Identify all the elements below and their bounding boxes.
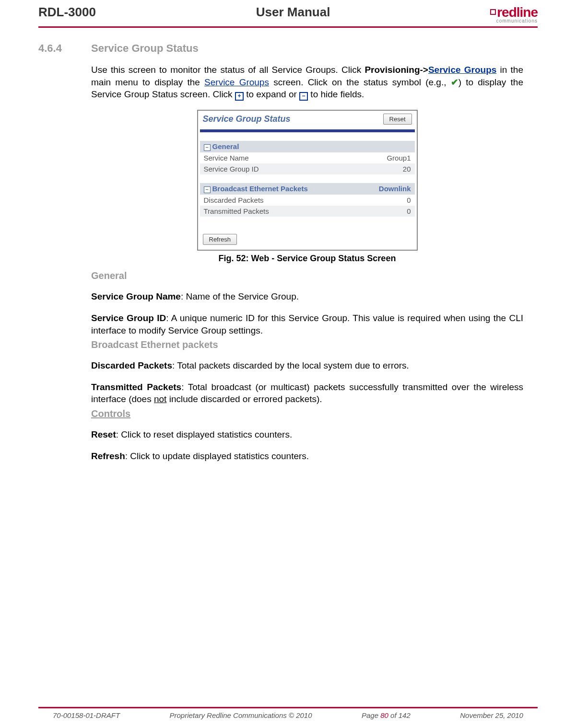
row-label: Transmitted Packets — [204, 207, 269, 215]
doc-model: RDL-3000 — [38, 5, 96, 20]
term-text: : Click to reset displayed statistics co… — [116, 429, 292, 439]
def-transmitted-packets: Transmitted Packets: Total broadcast (or… — [91, 381, 523, 405]
section-title: Service Group Status — [91, 42, 199, 55]
term-text: : Total packets discarded by the local s… — [172, 360, 409, 370]
def-service-group-id: Service Group ID: A unique numeric ID fo… — [91, 312, 523, 336]
section-number: 4.6.4 — [38, 42, 72, 55]
intro-text-5: to expand or — [244, 89, 299, 99]
figure-caption: Fig. 52: Web - Service Group Status Scre… — [91, 254, 523, 264]
doc-title: User Manual — [256, 5, 330, 20]
heading-broadcast: Broadcast Ethernet packets — [91, 339, 523, 350]
row-label: Discarded Packets — [204, 196, 264, 204]
link-service-groups-screen[interactable]: Service Groups — [204, 77, 269, 87]
intro-text: Use this screen to monitor the status of… — [91, 65, 364, 75]
page-number: 80 — [380, 711, 388, 719]
brand-logo: redline communications — [490, 5, 538, 24]
def-service-group-name: Service Group Name: Name of the Service … — [91, 290, 523, 303]
row-value: Group1 — [387, 154, 411, 162]
term: Service Group Name — [91, 291, 181, 301]
footer-doc-id: 70-00158-01-DRAFT — [53, 711, 120, 719]
intro-paragraph: Use this screen to monitor the status of… — [91, 64, 523, 101]
footer-copyright: Proprietary Redline Communications © 201… — [170, 711, 312, 719]
heading-general: General — [91, 270, 523, 281]
term: Transmitted Packets — [91, 382, 181, 392]
screenshot-section-general[interactable]: –General — [200, 141, 415, 152]
logo-word: redline — [497, 5, 538, 20]
table-row: Service Name Group1 — [200, 152, 415, 163]
term: Discarded Packets — [91, 360, 172, 370]
screenshot-panel: Service Group Status Reset –General Serv… — [197, 110, 418, 251]
redline-square-icon — [490, 9, 496, 15]
section-broadcast-label: Broadcast Ethernet Packets — [212, 185, 308, 193]
screenshot-divider — [200, 129, 415, 132]
term: Reset — [91, 429, 116, 439]
term: Refresh — [91, 451, 125, 461]
row-value: 20 — [403, 165, 411, 173]
term-text: : Click to update displayed statistics c… — [125, 451, 309, 461]
term-text-b: include discarded or errored packets). — [166, 394, 322, 404]
reset-button[interactable]: Reset — [383, 114, 412, 125]
footer-date: November 25, 2010 — [460, 711, 523, 719]
screenshot-title: Service Group Status — [203, 114, 291, 124]
heading-controls: Controls — [91, 408, 523, 419]
table-row: Transmitted Packets 0 — [200, 206, 415, 217]
checkmark-icon: ✔ — [451, 77, 458, 87]
footer-page: Page 80 of 142 — [362, 711, 411, 719]
menu-path-start: Provisioning-> — [364, 65, 428, 75]
table-row: Discarded Packets 0 — [200, 195, 415, 206]
not-underline: not — [154, 394, 166, 404]
row-value: 0 — [407, 207, 411, 215]
section-broadcast-col: Downlink — [379, 185, 411, 193]
page-total: of 142 — [388, 711, 411, 719]
def-discarded-packets: Discarded Packets: Total packets discard… — [91, 359, 523, 372]
collapse-toggle-icon[interactable]: – — [204, 186, 211, 193]
section-general-label: General — [212, 142, 239, 150]
collapse-icon: − — [299, 92, 308, 101]
def-refresh: Refresh: Click to update displayed stati… — [91, 450, 523, 462]
row-label: Service Name — [204, 154, 249, 162]
screenshot-section-broadcast[interactable]: –Broadcast Ethernet Packets Downlink — [200, 183, 415, 195]
header-divider — [38, 26, 538, 28]
term: Service Group ID — [91, 313, 166, 323]
expand-icon: + — [235, 92, 244, 101]
row-value: 0 — [407, 196, 411, 204]
footer-divider — [38, 707, 538, 708]
logo-subtext: communications — [490, 18, 538, 23]
intro-text-6: to hide fields. — [308, 89, 364, 99]
term-text: : Name of the Service Group. — [181, 291, 299, 301]
def-reset: Reset: Click to reset displayed statisti… — [91, 428, 523, 441]
menu-service-groups[interactable]: Service Groups — [428, 65, 496, 75]
page-label: Page — [362, 711, 380, 719]
row-label: Service Group ID — [204, 165, 259, 173]
refresh-button[interactable]: Refresh — [203, 234, 237, 245]
svg-rect-0 — [491, 10, 495, 14]
table-row: Service Group ID 20 — [200, 163, 415, 174]
intro-text-3: screen. Click on the status symbol (e.g.… — [269, 77, 451, 87]
collapse-toggle-icon[interactable]: – — [204, 144, 211, 151]
